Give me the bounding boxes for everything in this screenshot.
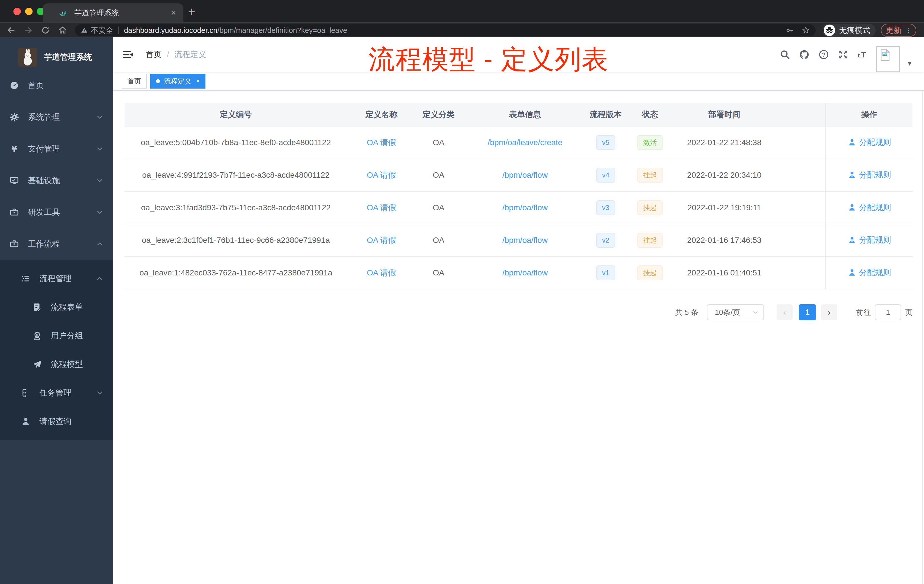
chevron-down-icon — [96, 389, 104, 397]
pagination-bar: 共 5 条 10条/页 ‹ 1 › 前往 页 — [125, 304, 912, 320]
form-info-link[interactable]: /bpm/oa/flow — [502, 171, 548, 180]
help-icon[interactable]: ? — [818, 49, 830, 60]
sidebar-item-label: 工作流程 — [28, 239, 60, 249]
assign-rule-link[interactable]: 分配规则 — [848, 234, 891, 246]
user-menu-caret-icon[interactable]: ▾ — [908, 59, 911, 68]
sidebar-item-label: 系统管理 — [28, 112, 60, 122]
browser-update-button[interactable]: 更新 ⋮ — [881, 24, 916, 37]
cell-definition-category: OA — [416, 257, 462, 289]
cell-definition-id: oa_leave:2:3c1f0ef1-76b1-11ec-9c66-a2380… — [125, 224, 347, 257]
cell-actions: 分配规则 — [826, 191, 912, 224]
assign-rule-link[interactable]: 分配规则 — [848, 267, 891, 278]
yen-icon: ¥ — [9, 144, 20, 154]
cell-filler — [771, 191, 826, 224]
window-controls[interactable] — [13, 8, 44, 15]
definition-name-link[interactable]: OA 请假 — [367, 236, 396, 244]
assign-rule-link[interactable]: 分配规则 — [848, 202, 891, 213]
definition-name-link[interactable]: OA 请假 — [367, 203, 396, 212]
version-badge: v5 — [596, 135, 615, 150]
form-info-link[interactable]: /bpm/oa/flow — [502, 236, 548, 244]
browser-menu-dots-icon[interactable]: ⋮ — [905, 26, 911, 34]
col-definition-category: 定义分类 — [416, 103, 462, 126]
breadcrumb-home[interactable]: 首页 — [146, 49, 162, 60]
chevron-down-icon — [96, 145, 104, 153]
assign-rule-label: 分配规则 — [859, 234, 891, 246]
form-info-link[interactable]: /bpm/oa/flow — [502, 268, 548, 277]
definition-name-link[interactable]: OA 请假 — [367, 268, 396, 277]
forward-icon[interactable] — [23, 25, 33, 35]
cell-filler — [771, 126, 826, 159]
cell-definition-name: OA 请假 — [347, 224, 416, 257]
page-size-select[interactable]: 10条/页 — [707, 304, 764, 320]
definition-name-link[interactable]: OA 请假 — [367, 138, 396, 147]
bookmark-star-icon[interactable] — [802, 26, 810, 35]
sidebar-item-首页[interactable]: 首页 — [0, 69, 113, 101]
sidebar-item-支付管理[interactable]: ¥支付管理 — [0, 133, 113, 165]
sidebar-item-请假查询[interactable]: 请假查询 — [0, 407, 113, 436]
home-icon[interactable] — [58, 25, 68, 35]
new-tab-button[interactable]: + — [188, 5, 195, 19]
goto-page-input[interactable] — [875, 304, 901, 320]
cell-filler — [771, 224, 826, 257]
hamburger-icon[interactable] — [122, 49, 134, 60]
sidebar-item-研发工具[interactable]: 研发工具 — [0, 196, 113, 228]
github-icon[interactable] — [799, 49, 810, 60]
col-definition-name: 定义名称 — [347, 103, 416, 126]
password-key-icon[interactable] — [785, 26, 794, 35]
cell-actions: 分配规则 — [826, 159, 912, 191]
prev-page-button[interactable]: ‹ — [777, 304, 792, 320]
sidebar-item-工作流程[interactable]: 工作流程 — [0, 228, 113, 260]
cell-deploy-time: 2022-01-16 17:46:53 — [677, 224, 771, 257]
col-status: 状态 — [623, 103, 677, 126]
security-label[interactable]: 不安全 — [91, 25, 113, 35]
definition-table: 定义编号 定义名称 定义分类 表单信息 流程版本 状态 部署时间 操作 oa_l… — [125, 103, 912, 289]
sidebar-item-流程表单[interactable]: 流程表单 — [0, 293, 113, 322]
app-title: 芋道管理系统 — [44, 52, 92, 63]
font-size-icon[interactable]: tT — [857, 49, 868, 60]
tag-home[interactable]: 首页 — [122, 74, 147, 89]
sidebar-item-流程模型[interactable]: 流程模型 — [0, 350, 113, 379]
address-bar[interactable]: 不安全 dashboard.yudao.iocoder.cn /bpm/mana… — [75, 24, 816, 36]
scrollbar-track-line — [922, 37, 922, 584]
back-icon[interactable] — [6, 25, 16, 35]
table-row: oa_leave:3:1fad3d93-7b75-11ec-a3c8-acde4… — [125, 191, 912, 224]
chevron-down-icon — [96, 177, 104, 184]
sidebar-item-系统管理[interactable]: 系统管理 — [0, 101, 113, 133]
sidebar-submenu: 流程管理流程表单用户分组流程模型任务管理请假查询 — [0, 260, 113, 440]
search-icon[interactable] — [779, 49, 790, 60]
sidebar-logo[interactable]: 芋道管理系统 — [0, 37, 113, 66]
tab-close-icon[interactable]: × — [171, 8, 176, 17]
current-page-button[interactable]: 1 — [799, 304, 816, 320]
chevron-down-icon — [96, 209, 104, 216]
cell-definition-category: OA — [416, 191, 462, 224]
fullscreen-icon[interactable] — [837, 49, 849, 60]
form-info-link[interactable]: /bpm/oa/flow — [502, 203, 548, 212]
cell-definition-name: OA 请假 — [347, 159, 416, 191]
tab-title: 芋道管理系统 — [74, 8, 119, 18]
browser-tab[interactable]: 芋道管理系统 × — [43, 3, 183, 22]
status-badge: 激活 — [637, 135, 663, 150]
sidebar-item-label: 流程模型 — [51, 359, 83, 370]
minimize-window-button[interactable] — [25, 8, 33, 15]
sidebar-item-流程管理[interactable]: 流程管理 — [0, 264, 113, 293]
cell-version: v3 — [589, 191, 623, 224]
sidebar-item-基础设施[interactable]: 基础设施 — [0, 165, 113, 196]
assign-rule-link[interactable]: 分配规则 — [848, 137, 891, 148]
tag-active[interactable]: 流程定义 × — [150, 74, 205, 89]
sidebar-item-任务管理[interactable]: 任务管理 — [0, 379, 113, 407]
form-info-link[interactable]: /bpm/oa/leave/create — [488, 138, 563, 147]
tag-close-icon[interactable]: × — [196, 78, 200, 84]
tag-active-label: 流程定义 — [164, 77, 191, 86]
briefcase-icon — [9, 207, 20, 218]
assign-rule-link[interactable]: 分配规则 — [848, 170, 891, 180]
close-window-button[interactable] — [13, 8, 21, 15]
assign-rule-label: 分配规则 — [859, 202, 891, 213]
cell-form-info: /bpm/oa/flow — [462, 159, 589, 191]
sidebar-item-label: 首页 — [28, 80, 44, 91]
sidebar-item-用户分组[interactable]: 用户分组 — [0, 322, 113, 350]
definition-name-link[interactable]: OA 请假 — [367, 171, 396, 180]
col-deploy-time: 部署时间 — [677, 103, 771, 126]
user-avatar[interactable] — [876, 46, 900, 72]
next-page-button[interactable]: › — [821, 304, 837, 320]
reload-icon[interactable] — [41, 25, 50, 35]
